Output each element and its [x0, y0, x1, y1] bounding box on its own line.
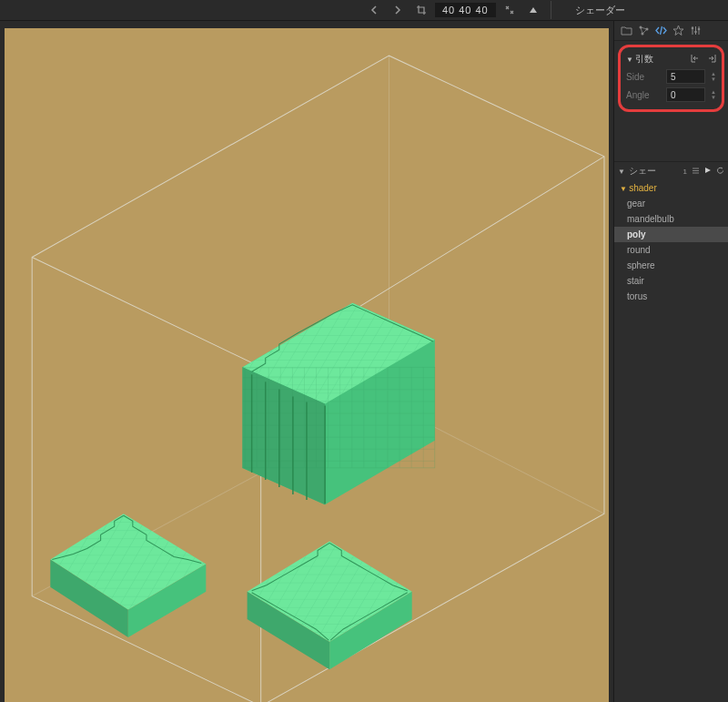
shader-count: 1: [683, 168, 687, 176]
stepper-down-button[interactable]: ▼: [711, 76, 716, 82]
export-args-button[interactable]: [705, 53, 716, 66]
shader-list: shadergearmandelbulbpolyroundspherestair…: [614, 180, 728, 304]
stepper-down-button[interactable]: ▼: [711, 95, 716, 100]
shader-item-gear[interactable]: gear: [614, 196, 728, 211]
dim-x: 40: [442, 5, 455, 15]
code-icon[interactable]: [652, 23, 669, 39]
viewport-3d[interactable]: [0, 21, 613, 702]
shaders-section: ▼ シェー 1 shadergearmandelbulbpolyroundsph…: [614, 161, 728, 304]
shader-item-poly[interactable]: poly: [614, 227, 728, 242]
disclosure-triangle-icon: ▼: [626, 56, 633, 64]
stack-icon[interactable]: [692, 167, 700, 177]
arg-label: Side: [626, 72, 662, 82]
svg-point-22: [691, 27, 693, 30]
star-icon[interactable]: [670, 23, 686, 39]
dim-y: 40: [459, 5, 471, 15]
disclosure-triangle-icon: ▼: [618, 168, 625, 176]
side-panel: ▼引数 Side5▲▼Angle0▲▼ ▼ シェー 1: [613, 21, 728, 702]
arg-value-input[interactable]: 5: [666, 69, 705, 84]
shader-item-mandelbulb[interactable]: mandelbulb: [614, 211, 728, 227]
fit-button[interactable]: [500, 0, 520, 20]
top-toolbar: 40 40 40 シェーダー: [0, 0, 728, 21]
crop-button[interactable]: [411, 0, 431, 20]
nav-forward-button[interactable]: [388, 0, 408, 20]
up-triangle-button[interactable]: [523, 0, 543, 20]
svg-point-24: [697, 28, 700, 31]
folder-icon[interactable]: [618, 23, 634, 39]
import-args-button[interactable]: [691, 53, 702, 66]
panel-title: シェーダー: [559, 4, 642, 17]
shader-item-torus[interactable]: torus: [614, 289, 728, 304]
shader-item-stair[interactable]: stair: [614, 273, 728, 289]
svg-point-23: [694, 31, 697, 34]
shader-item-sphere[interactable]: sphere: [614, 258, 728, 273]
args-section-header[interactable]: ▼引数: [622, 51, 720, 67]
shader-group-header[interactable]: shader: [614, 180, 728, 196]
refresh-button[interactable]: [716, 167, 724, 177]
arg-label: Angle: [626, 90, 662, 100]
arg-value-input[interactable]: 0: [666, 87, 705, 102]
arg-row-angle: Angle0▲▼: [622, 86, 720, 104]
shader-item-round[interactable]: round: [614, 242, 728, 258]
panel-tab-icons: [614, 21, 728, 41]
graph-icon[interactable]: [635, 23, 652, 39]
viewport-canvas: [5, 28, 609, 702]
toolbar-divider: [551, 1, 551, 19]
shaders-section-header[interactable]: ▼ シェー 1: [614, 162, 728, 180]
dimensions-display[interactable]: 40 40 40: [435, 3, 496, 17]
play-button[interactable]: [704, 167, 712, 176]
dim-z: 40: [476, 5, 489, 15]
sliders-icon[interactable]: [687, 23, 703, 39]
arg-row-side: Side5▲▼: [622, 67, 720, 86]
args-title: 引数: [635, 54, 653, 64]
args-highlight-box: ▼引数 Side5▲▼Angle0▲▼: [618, 45, 724, 112]
nav-back-button[interactable]: [364, 0, 384, 20]
shaders-title: シェー: [629, 165, 656, 178]
